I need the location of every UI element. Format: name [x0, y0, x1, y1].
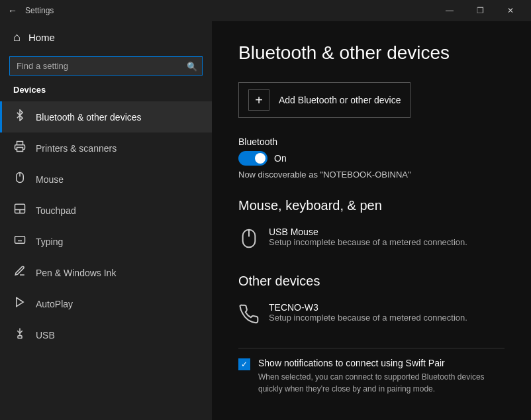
printers-label: Printers & scanners — [36, 143, 117, 154]
other-devices-title: Other devices — [238, 274, 505, 289]
sidebar-item-usb[interactable]: USB — [0, 319, 212, 350]
usb-label: USB — [36, 330, 55, 341]
tecno-device-item: TECNO-W3 Setup incomplete because of a m… — [238, 295, 505, 336]
sidebar-item-touchpad[interactable]: Touchpad — [0, 195, 212, 226]
toggle-row: On — [238, 151, 505, 166]
page-title: Bluetooth & other devices — [238, 42, 505, 64]
svg-rect-6 — [15, 236, 25, 244]
pen-label: Pen & Windows Ink — [36, 268, 116, 278]
titlebar: ← Settings — ❐ ✕ — [0, 0, 531, 21]
usb-mouse-icon — [238, 228, 260, 254]
usb-mouse-info: USB Mouse Setup incomplete because of a … — [269, 227, 467, 247]
bluetooth-icon — [13, 109, 26, 125]
svg-marker-12 — [17, 297, 24, 307]
add-device-button[interactable]: + Add Bluetooth or other device — [238, 82, 410, 118]
close-button[interactable]: ✕ — [495, 0, 526, 21]
bluetooth-label: Bluetooth — [238, 136, 505, 147]
usb-mouse-name: USB Mouse — [269, 227, 467, 237]
sidebar-item-pen[interactable]: Pen & Windows Ink — [0, 257, 212, 288]
bluetooth-toggle[interactable] — [238, 151, 267, 166]
sidebar-item-printers[interactable]: Printers & scanners — [0, 132, 212, 164]
touchpad-icon — [13, 203, 26, 218]
sidebar-item-bluetooth[interactable]: Bluetooth & other devices — [0, 101, 212, 132]
swift-pair-description: When selected, you can connect to suppor… — [258, 371, 505, 395]
usb-mouse-item: USB Mouse Setup incomplete because of a … — [238, 220, 505, 260]
printer-icon — [13, 140, 26, 156]
sidebar-item-autoplay[interactable]: AutoPlay — [0, 288, 212, 319]
swift-pair-label: Show notifications to connect using Swif… — [258, 358, 505, 368]
maximize-button[interactable]: ❐ — [465, 0, 495, 21]
typing-icon — [13, 234, 26, 249]
sidebar-item-mouse[interactable]: Mouse — [0, 164, 212, 195]
typing-label: Typing — [36, 236, 63, 247]
home-label: Home — [28, 32, 55, 43]
autoplay-icon — [13, 296, 26, 311]
usb-icon — [13, 327, 26, 342]
mouse-icon — [13, 172, 26, 187]
add-device-label: Add Bluetooth or other device — [279, 95, 401, 105]
tecno-device-info: TECNO-W3 Setup incomplete because of a m… — [269, 302, 467, 323]
toggle-on-label: On — [274, 153, 287, 164]
swift-pair-section: ✓ Show notifications to connect using Sw… — [238, 348, 505, 395]
search-box: 🔍 — [9, 56, 203, 76]
minimize-button[interactable]: — — [434, 0, 465, 21]
main-layout: ⌂ Home 🔍 Devices Bluetooth & other devic… — [0, 21, 531, 420]
window-controls: — ❐ ✕ — [434, 0, 526, 21]
content-area: Bluetooth & other devices + Add Bluetoot… — [212, 21, 531, 420]
svg-rect-13 — [18, 336, 22, 339]
sidebar-heading: Devices — [0, 81, 212, 101]
search-input[interactable] — [9, 56, 203, 76]
tecno-device-status: Setup incomplete because of a metered co… — [269, 313, 467, 323]
touchpad-label: Touchpad — [36, 205, 76, 216]
svg-rect-0 — [17, 148, 23, 152]
mouse-section-title: Mouse, keyboard, & pen — [238, 198, 505, 213]
swift-pair-text: Show notifications to connect using Swif… — [258, 358, 505, 395]
bluetooth-label: Bluetooth & other devices — [36, 112, 142, 123]
search-icon: 🔍 — [187, 61, 197, 71]
mouse-label: Mouse — [36, 174, 64, 185]
back-button[interactable]: ← — [5, 3, 20, 19]
sidebar-item-home[interactable]: ⌂ Home — [0, 21, 212, 54]
pen-icon — [13, 265, 26, 280]
phone-icon — [238, 303, 260, 329]
sidebar-item-typing[interactable]: Typing — [0, 226, 212, 257]
bluetooth-section: Bluetooth On Now discoverable as "NOTEBO… — [238, 136, 505, 180]
sidebar: ⌂ Home 🔍 Devices Bluetooth & other devic… — [0, 21, 212, 420]
swift-pair-checkbox[interactable]: ✓ — [238, 358, 250, 370]
toggle-thumb — [255, 153, 266, 164]
add-device-plus-icon: + — [248, 89, 269, 111]
home-icon: ⌂ — [13, 30, 21, 44]
discoverable-text: Now discoverable as "NOTEBOOK-OBINNA" — [238, 170, 505, 180]
autoplay-label: AutoPlay — [36, 299, 73, 309]
usb-mouse-status: Setup incomplete because of a metered co… — [269, 237, 467, 247]
tecno-device-name: TECNO-W3 — [269, 302, 467, 313]
window-title: Settings — [25, 6, 429, 15]
